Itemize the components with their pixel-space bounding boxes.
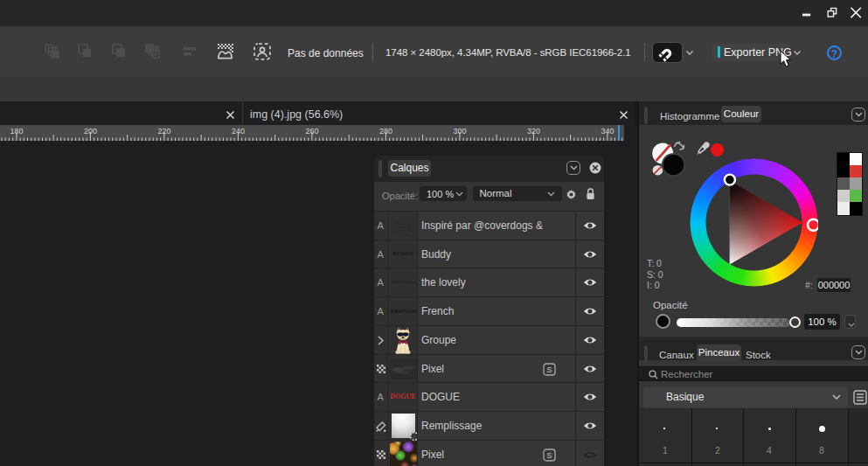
svg-text:S: S (546, 451, 552, 460)
svg-text:S: S (546, 365, 552, 374)
